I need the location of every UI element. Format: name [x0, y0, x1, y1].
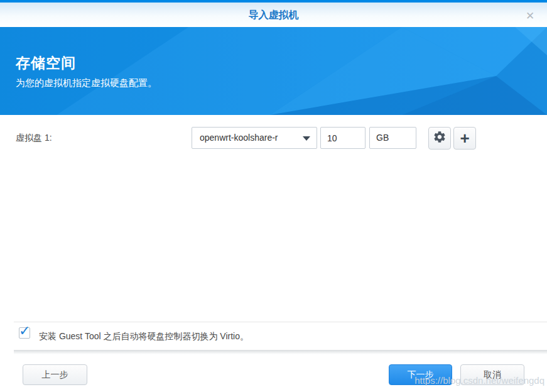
cancel-button[interactable]: 取消	[460, 364, 524, 385]
dialog-title: 导入虚拟机	[0, 3, 547, 27]
size-unit-field[interactable]: GB	[369, 127, 416, 149]
guest-tool-checkbox[interactable]: ✓	[19, 327, 30, 339]
disk-size-input[interactable]	[320, 127, 366, 149]
plus-icon: +	[460, 130, 469, 146]
gear-icon	[433, 130, 447, 146]
close-icon[interactable]: ✕	[522, 8, 538, 24]
step-title: 存储空间	[16, 53, 157, 73]
storage-select-value: openwrt-koolshare-r	[200, 128, 300, 148]
virtual-disk-label: 虚拟盘 1:	[16, 133, 52, 144]
step-subtitle: 为您的虚拟机指定虚拟硬盘配置。	[16, 77, 157, 89]
disk-settings-button[interactable]	[428, 127, 451, 150]
banner-text-block: 存储空间 为您的虚拟机指定虚拟硬盘配置。	[16, 53, 157, 89]
chevron-down-icon	[303, 136, 310, 141]
guest-tool-option-row: ✓ 安装 Guest Tool 之后自动将硬盘控制器切换为 Virtio。	[0, 322, 547, 350]
wizard-banner: 存储空间 为您的虚拟机指定虚拟硬盘配置。	[0, 27, 547, 115]
next-button[interactable]: 下一步	[389, 364, 452, 385]
storage-select[interactable]: openwrt-koolshare-r	[192, 127, 317, 149]
add-disk-button[interactable]: +	[453, 127, 476, 150]
checkmark-icon: ✓	[19, 323, 30, 339]
footer-divider	[14, 350, 547, 354]
import-vm-dialog: 导入虚拟机 ✕ 存储空间 为您的虚拟机指定虚拟硬盘配置。 虚拟盘 1	[0, 0, 547, 392]
back-button[interactable]: 上一步	[23, 364, 87, 385]
dialog-titlebar: 导入虚拟机 ✕	[0, 3, 547, 27]
guest-tool-label: 安装 Guest Tool 之后自动将硬盘控制器切换为 Virtio。	[39, 322, 249, 350]
